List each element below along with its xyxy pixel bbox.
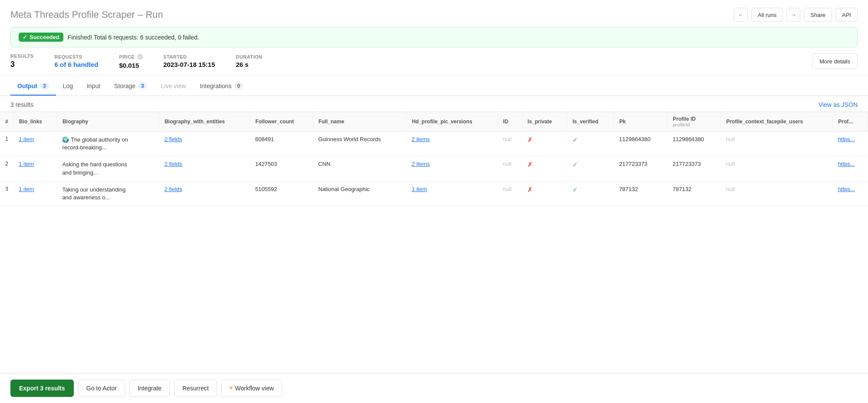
cell-bio-links: 1 item (13, 181, 57, 206)
table-area: 3 results View as JSON # Bio_links Biogr… (0, 96, 868, 373)
col-follower-count: Follower_count (250, 112, 313, 132)
tab-storage[interactable]: Storage 3 (107, 77, 154, 96)
cell-is-verified: ✓ (567, 156, 614, 181)
cell-is-verified: ✓ (567, 132, 614, 156)
bottom-bar: Export 3 results Go to Actor Integrate R… (0, 373, 868, 403)
biography-entities-value[interactable]: 2 fields (164, 161, 182, 167)
cell-pk: 787132 (614, 181, 667, 206)
export-button[interactable]: Export 3 results (10, 380, 74, 397)
results-count: 3 results (10, 101, 33, 108)
duration-label: DURATION (236, 54, 263, 59)
check-icon: ✓ (23, 34, 27, 40)
more-details-button[interactable]: More details (812, 53, 858, 69)
bio-links-value[interactable]: 1 item (19, 161, 34, 167)
stat-requests: REQUESTS 6 of 6 handled (55, 54, 99, 68)
table-row: 3 1 item Taking our understanding and aw… (0, 181, 868, 206)
price-label: PRICE ⓘ (119, 54, 142, 60)
hd-pic-value[interactable]: 2 items (411, 136, 430, 142)
cell-hd-pic: 1 item (406, 181, 497, 206)
prof-link[interactable]: https... (838, 186, 855, 192)
alpha-badge: α (230, 385, 233, 390)
results-label: RESULTS (10, 53, 34, 59)
cell-prof: https... (833, 181, 868, 206)
title-main: Meta Threads Profile Scraper (10, 9, 135, 20)
is-private-icon: ✗ (527, 186, 533, 193)
cell-follower-count: 5105592 (250, 181, 313, 206)
cell-profile-id: 217723373 (667, 156, 721, 181)
is-private-icon: ✗ (527, 136, 533, 143)
table-row: 1 1 item 🌍 The global authority on recor… (0, 132, 868, 156)
col-profile-context: Profile_context_facepile_users (721, 112, 833, 132)
is-verified-icon: ✓ (572, 161, 578, 168)
data-table: # Bio_links Biography Biography_with_ent… (0, 112, 868, 206)
col-full-name: Full_name (313, 112, 406, 132)
cell-bio-links: 1 item (13, 156, 57, 181)
cell-is-private: ✗ (522, 132, 567, 156)
stat-started: STARTED 2023-07-18 15:15 (163, 54, 215, 68)
go-to-actor-button[interactable]: Go to Actor (78, 380, 125, 397)
next-button[interactable]: → (786, 8, 800, 22)
stat-results: RESULTS 3 (10, 53, 34, 69)
biography-entities-value[interactable]: 2 fields (164, 136, 182, 142)
tab-log[interactable]: Log (56, 77, 80, 96)
prof-link[interactable]: https... (838, 136, 855, 142)
cell-follower-count: 1427503 (250, 156, 313, 181)
cell-full-name: CNN (313, 156, 406, 181)
cell-hd-pic: 2 items (406, 156, 497, 181)
col-biography-entities: Biography_with_entities (159, 112, 250, 132)
hd-pic-value[interactable]: 2 items (411, 161, 430, 167)
cell-biography-entities: 2 fields (159, 132, 250, 156)
cell-pk: 217723373 (614, 156, 667, 181)
cell-hd-pic: 2 items (406, 132, 497, 156)
requests-value: 6 of 6 handled (55, 61, 99, 68)
cell-is-private: ✗ (522, 156, 567, 181)
stat-price: PRICE ⓘ $0.015 (119, 54, 142, 69)
table-row: 2 1 item Asking the hard questions and b… (0, 156, 868, 181)
succeeded-badge: ✓ Succeeded (19, 33, 63, 42)
price-info-icon: ⓘ (138, 54, 142, 59)
stats-row: RESULTS 3 REQUESTS 6 of 6 handled PRICE … (0, 47, 868, 76)
col-bio-links: Bio_links (13, 112, 57, 132)
page-title: Meta Threads Profile Scraper – Run (10, 9, 163, 20)
bio-links-value[interactable]: 1 item (19, 186, 34, 192)
cell-biography: Taking our understanding and awareness o… (57, 181, 159, 206)
tab-integrations[interactable]: Integrations 0 (193, 77, 250, 96)
all-runs-button[interactable]: All runs (751, 8, 783, 22)
cell-profile-id: 1129864380 (667, 132, 721, 156)
header-actions: ← All runs → Share API (734, 8, 858, 22)
started-label: STARTED (163, 54, 215, 59)
cell-id: null (498, 132, 523, 156)
hd-pic-value[interactable]: 1 item (411, 186, 427, 192)
tabs-bar: Output 3 Log Input Storage 3 Live view I… (0, 77, 868, 96)
cell-profile-context: null (721, 132, 833, 156)
tab-output[interactable]: Output 3 (10, 77, 56, 96)
tab-storage-badge: 3 (138, 83, 147, 89)
requests-label: REQUESTS (55, 54, 99, 59)
workflow-view-button[interactable]: α Workflow view (221, 380, 282, 397)
share-button[interactable]: Share (804, 8, 832, 22)
tab-input[interactable]: Input (80, 77, 107, 96)
col-hash: # (0, 112, 13, 132)
price-value: $0.015 (119, 62, 142, 69)
cell-pk: 1129864380 (614, 132, 667, 156)
cell-prof: https... (833, 132, 868, 156)
row-number: 1 (0, 132, 13, 156)
view-json-link[interactable]: View as JSON (819, 101, 858, 108)
duration-value: 26 s (236, 61, 263, 68)
prev-button[interactable]: ← (734, 8, 748, 22)
success-bar: ✓ Succeeded Finished! Total 6 requests: … (10, 27, 858, 47)
col-prof: Prof... (833, 112, 868, 132)
is-private-icon: ✗ (527, 161, 533, 168)
table-header-row: 3 results View as JSON (0, 96, 868, 112)
table-header: # Bio_links Biography Biography_with_ent… (0, 112, 868, 132)
cell-full-name: National Geographic (313, 181, 406, 206)
resurrect-button[interactable]: Resurrect (174, 380, 217, 397)
api-button[interactable]: API (835, 8, 858, 22)
prof-link[interactable]: https... (838, 161, 855, 167)
biography-entities-value[interactable]: 2 fields (164, 186, 182, 192)
cell-biography: Asking the hard questions and bringing..… (57, 156, 159, 181)
cell-is-verified: ✓ (567, 181, 614, 206)
bio-links-value[interactable]: 1 item (19, 136, 34, 142)
stat-duration: DURATION 26 s (236, 54, 263, 68)
integrate-button[interactable]: Integrate (129, 380, 170, 397)
